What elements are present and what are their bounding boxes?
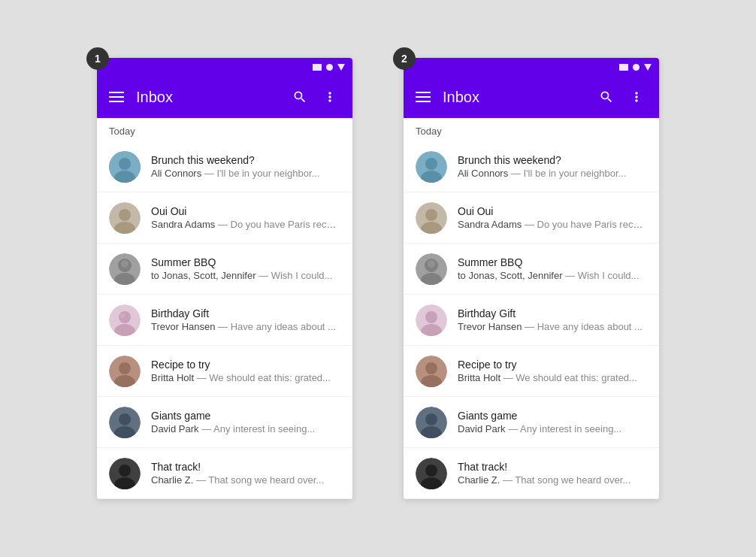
email-content-recipe-2: Recipe to try Britta Holt — We should ea… bbox=[458, 359, 647, 383]
email-content-giants-2: Giants game David Park — Any interest in… bbox=[458, 410, 647, 434]
email-item-birthday-2[interactable]: Birthday Gift Trevor Hansen — Have any i… bbox=[404, 295, 659, 346]
email-item-giants-1[interactable]: Giants game David Park — Any interest in… bbox=[97, 397, 352, 448]
svg-point-32 bbox=[428, 260, 435, 268]
email-subject-summer-2: Summer BBQ bbox=[458, 256, 647, 268]
email-subject-recipe-2: Recipe to try bbox=[458, 359, 647, 371]
more-button-1[interactable] bbox=[319, 86, 340, 107]
avatar-britta-2 bbox=[416, 356, 447, 387]
email-subject-brunch-1: Brunch this weekend? bbox=[151, 154, 340, 166]
svg-point-37 bbox=[425, 362, 437, 374]
email-preview-birthday-2: — Have any ideas about ... bbox=[522, 321, 643, 332]
menu-button-2[interactable] bbox=[416, 92, 431, 102]
email-preview-brunch-2: — I'll be in your neighbor... bbox=[508, 168, 626, 179]
svg-point-43 bbox=[425, 465, 437, 477]
email-meta-oui-2: Sandra Adams — Do you have Paris reco...… bbox=[458, 219, 647, 230]
email-sender-oui-2: Sandra Adams bbox=[458, 219, 522, 230]
email-meta-oui-1: Sandra Adams — Do you have Paris reco...… bbox=[151, 219, 340, 230]
email-sender-recipe-2: Britta Holt bbox=[458, 372, 500, 383]
email-item-summer-2[interactable]: Summer BBQ to Jonas, Scott, Jennifer — W… bbox=[404, 244, 659, 295]
email-subject-oui-1: Oui Oui bbox=[151, 205, 340, 217]
avatar-charlie-1 bbox=[109, 458, 141, 489]
phone-1-wrapper: 1 Inbox bbox=[97, 58, 352, 499]
email-list-1: Today Brunch this weekend? Ali Connors bbox=[97, 118, 352, 499]
email-preview-giants-1: — Any interest in seeing... bbox=[199, 423, 316, 434]
svg-point-9 bbox=[121, 260, 129, 268]
email-preview-recipe-2: — We should eat this: grated... bbox=[500, 372, 637, 383]
avatar-ali-1 bbox=[109, 151, 141, 183]
svg-point-34 bbox=[425, 311, 437, 323]
email-preview-track-2: — That song we heard over... bbox=[500, 474, 631, 486]
email-subject-giants-2: Giants game bbox=[458, 410, 647, 422]
svg-point-24 bbox=[425, 158, 437, 170]
svg-point-4 bbox=[119, 209, 131, 221]
svg-point-40 bbox=[425, 413, 437, 425]
email-item-birthday-1[interactable]: Birthday Gift Trevor Hansen — Have any i… bbox=[97, 295, 352, 346]
email-sender-recipe-1: Britta Holt bbox=[151, 372, 194, 383]
email-meta-birthday-1: Trevor Hansen — Have any ideas about ... bbox=[151, 321, 340, 332]
svg-point-18 bbox=[119, 413, 131, 425]
wifi-icon-2 bbox=[633, 64, 640, 71]
email-preview-summer-2: — Wish I could... bbox=[562, 270, 639, 281]
search-button-2[interactable] bbox=[596, 86, 617, 107]
svg-point-13 bbox=[120, 313, 125, 318]
email-meta-brunch-2: Ali Connors — I'll be in your neighbor..… bbox=[458, 168, 647, 179]
email-meta-summer-1: to Jonas, Scott, Jennifer — Wish I could… bbox=[151, 270, 340, 281]
phone-2: Inbox Today bbox=[404, 58, 659, 499]
avatar-sandra-1 bbox=[109, 202, 141, 234]
email-content-track-2: That track! Charlie Z. — That song we he… bbox=[458, 461, 647, 486]
email-item-track-1[interactable]: That track! Charlie Z. — That song we he… bbox=[97, 448, 352, 499]
email-meta-brunch-1: Ali Connors — I'll be in your neighbor..… bbox=[151, 168, 340, 179]
email-content-track-1: That track! Charlie Z. — That song we he… bbox=[151, 461, 340, 486]
email-item-track-2[interactable]: That track! Charlie Z. — That song we he… bbox=[404, 448, 659, 499]
email-preview-giants-2: — Any interest in seeing... bbox=[506, 423, 622, 434]
email-sender-giants-2: David Park bbox=[458, 423, 506, 434]
email-meta-giants-1: David Park — Any interest in seeing... bbox=[151, 423, 340, 434]
email-content-brunch-1: Brunch this weekend? Ali Connors — I'll … bbox=[151, 154, 340, 179]
email-meta-summer-2: to Jonas, Scott, Jennifer — Wish I could… bbox=[458, 270, 647, 281]
search-button-1[interactable] bbox=[289, 86, 310, 107]
avatar-david-1 bbox=[109, 407, 141, 438]
email-meta-giants-2: David Park — Any interest in seeing... bbox=[458, 423, 647, 434]
panel-number-1: 1 bbox=[86, 47, 109, 70]
email-content-giants-1: Giants game David Park — Any interest in… bbox=[151, 410, 340, 434]
email-content-recipe-1: Recipe to try Britta Holt — We should ea… bbox=[151, 359, 340, 383]
email-sender-track-1: Charlie Z. bbox=[151, 474, 193, 486]
battery-icon bbox=[337, 64, 345, 71]
email-item-summer-1[interactable]: Summer BBQ to Jonas, Scott, Jennifer — W… bbox=[97, 244, 352, 295]
email-content-birthday-1: Birthday Gift Trevor Hansen — Have any i… bbox=[151, 307, 340, 332]
avatar-david-2 bbox=[416, 407, 447, 438]
email-preview-brunch-1: — I'll be in your neighbor... bbox=[201, 168, 319, 179]
email-meta-birthday-2: Trevor Hansen — Have any ideas about ... bbox=[458, 321, 647, 332]
email-item-recipe-2[interactable]: Recipe to try Britta Holt — We should ea… bbox=[404, 346, 659, 397]
email-preview-recipe-1: — We should eat this: grated... bbox=[194, 372, 331, 383]
email-sender-track-2: Charlie Z. bbox=[458, 474, 500, 486]
wifi-icon bbox=[326, 64, 333, 71]
email-sender-brunch-1: Ali Connors bbox=[151, 168, 201, 179]
email-subject-birthday-1: Birthday Gift bbox=[151, 307, 340, 319]
menu-button-1[interactable] bbox=[109, 92, 124, 102]
status-bar-2 bbox=[404, 58, 659, 76]
section-header-2: Today bbox=[404, 118, 659, 141]
email-preview-oui-2: — Do you have Paris reco.... bbox=[522, 219, 647, 230]
email-sender-birthday-2: Trevor Hansen bbox=[458, 321, 522, 332]
email-item-brunch-2[interactable]: Brunch this weekend? Ali Connors — I'll … bbox=[404, 141, 659, 192]
svg-point-21 bbox=[119, 465, 131, 477]
svg-point-1 bbox=[119, 158, 131, 170]
email-item-oui-1[interactable]: Oui Oui Sandra Adams — Do you have Paris… bbox=[97, 192, 352, 244]
toolbar-1: Inbox bbox=[97, 76, 352, 118]
email-item-giants-2[interactable]: Giants game David Park — Any interest in… bbox=[404, 397, 659, 448]
email-list-2: Today Brunch this weekend? Ali Connors —… bbox=[404, 118, 659, 499]
avatar-britta-1 bbox=[109, 356, 141, 387]
email-meta-track-1: Charlie Z. — That song we heard over... bbox=[151, 474, 340, 486]
email-content-oui-1: Oui Oui Sandra Adams — Do you have Paris… bbox=[151, 205, 340, 230]
avatar-jonas-1 bbox=[109, 253, 141, 285]
email-item-recipe-1[interactable]: Recipe to try Britta Holt — We should ea… bbox=[97, 346, 352, 397]
avatar-trevor-1 bbox=[109, 304, 141, 336]
email-item-oui-2[interactable]: Oui Oui Sandra Adams — Do you have Paris… bbox=[404, 192, 659, 244]
email-item-brunch-1[interactable]: Brunch this weekend? Ali Connors — I'll … bbox=[97, 141, 352, 192]
avatar-jonas-2 bbox=[416, 253, 447, 285]
email-meta-recipe-1: Britta Holt — We should eat this: grated… bbox=[151, 372, 340, 383]
more-button-2[interactable] bbox=[626, 86, 647, 107]
email-content-summer-1: Summer BBQ to Jonas, Scott, Jennifer — W… bbox=[151, 256, 340, 281]
email-content-birthday-2: Birthday Gift Trevor Hansen — Have any i… bbox=[458, 307, 647, 332]
